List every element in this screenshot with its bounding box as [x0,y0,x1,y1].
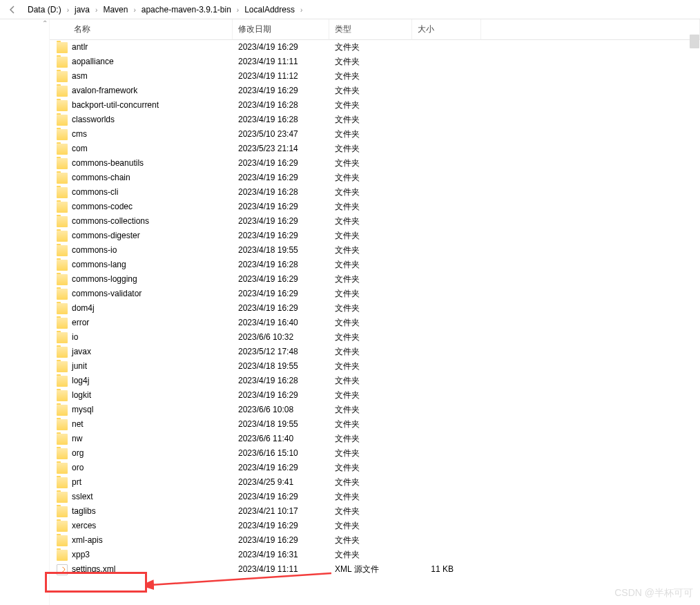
file-name-cell[interactable]: aopalliance [50,55,233,69]
folder-icon [57,477,68,488]
file-name-cell[interactable]: javax [50,345,233,359]
back-button[interactable] [6,3,19,17]
file-name-cell[interactable]: commons-collections [50,214,233,229]
file-modified-cell: 2023/4/19 16:29 [233,229,329,243]
file-name-cell[interactable]: antlr [50,40,233,55]
file-type-cell: 文件夹 [329,301,412,316]
file-name-cell[interactable]: commons-chain [50,171,233,185]
breadcrumb-item[interactable]: Data (D:) [23,3,66,16]
row-spacer [481,272,700,287]
file-name-cell[interactable]: logkit [50,388,233,403]
file-name-cell[interactable]: commons-io [50,243,233,258]
breadcrumb-item[interactable]: LocalAddress [240,3,299,16]
file-name-cell[interactable]: junit [50,359,233,374]
file-size-cell [412,214,481,229]
row-spacer [481,214,700,229]
file-name-cell[interactable]: commons-beanutils [50,156,233,171]
file-name-cell[interactable]: settings.xml [50,562,233,577]
file-size-cell [412,113,481,127]
chevron-right-icon: › [133,6,135,14]
file-name-cell[interactable]: xml-apis [50,533,233,548]
file-size-cell [412,55,481,69]
expand-tree-icon[interactable]: ⌃ [41,19,49,28]
file-name-text: backport-util-concurrent [72,99,159,111]
folder-icon [57,129,68,140]
column-header-name[interactable]: 名称 [50,19,233,40]
file-name-cell[interactable]: log4j [50,374,233,388]
file-name-cell[interactable]: asm [50,69,233,84]
row-spacer [481,98,700,113]
column-header-size[interactable]: 大小 [412,19,481,40]
row-spacer [481,200,700,214]
file-name-cell[interactable]: commons-validator [50,287,233,301]
row-spacer [481,562,700,577]
file-name-cell[interactable]: sslext [50,490,233,504]
file-modified-cell: 2023/4/21 10:17 [233,504,329,519]
row-spacer [481,258,700,272]
file-name-cell[interactable]: io [50,330,233,345]
file-name-cell[interactable]: taglibs [50,504,233,519]
breadcrumb-item[interactable]: apache-maven-3.9.1-bin [137,3,235,16]
file-name-cell[interactable]: commons-codec [50,200,233,214]
file-name-cell[interactable]: com [50,142,233,156]
row-spacer [481,446,700,461]
row-spacer [481,113,700,127]
folder-icon [57,100,68,111]
file-name-cell[interactable]: oro [50,461,233,475]
file-type-cell: 文件夹 [329,316,412,330]
file-name-cell[interactable]: avalon-framework [50,84,233,98]
file-size-cell [412,171,481,185]
row-spacer [481,171,700,185]
folder-icon [57,231,68,242]
folder-icon [57,115,68,126]
file-name-cell[interactable]: commons-logging [50,272,233,287]
file-size-cell [412,229,481,243]
file-type-cell: 文件夹 [329,272,412,287]
file-size-cell [412,243,481,258]
row-spacer [481,229,700,243]
breadcrumb-item[interactable]: Maven [99,3,132,16]
file-name-cell[interactable]: commons-lang [50,258,233,272]
file-type-cell: 文件夹 [329,548,412,562]
folder-icon [57,173,68,184]
file-name-text: commons-digester [72,230,140,242]
row-spacer [481,142,700,156]
file-size-cell [412,432,481,446]
file-modified-cell: 2023/4/19 16:29 [233,200,329,214]
file-name-text: javax [72,346,91,358]
column-header-type[interactable]: 类型 [329,19,412,40]
folder-icon [57,463,68,474]
file-modified-cell: 2023/4/19 16:28 [233,258,329,272]
file-name-cell[interactable]: backport-util-concurrent [50,98,233,113]
file-size-cell [412,490,481,504]
vertical-scrollbar[interactable] [690,35,699,48]
file-size-cell [412,69,481,84]
file-name-cell[interactable]: net [50,417,233,432]
file-type-cell: 文件夹 [329,374,412,388]
folder-icon [57,274,68,285]
file-type-cell: 文件夹 [329,359,412,374]
file-name-text: mysql [72,404,93,416]
file-name-cell[interactable]: commons-cli [50,185,233,200]
file-type-cell: 文件夹 [329,388,412,403]
file-name-cell[interactable]: prt [50,475,233,490]
file-name-cell[interactable]: xpp3 [50,548,233,562]
file-name-cell[interactable]: commons-digester [50,229,233,243]
column-header-modified[interactable]: 修改日期 [233,19,329,40]
row-spacer [481,519,700,533]
file-type-cell: 文件夹 [329,98,412,113]
file-name-text: xpp3 [72,549,90,561]
breadcrumb-item[interactable]: java [70,3,94,16]
file-name-cell[interactable]: cms [50,127,233,142]
file-name-text: log4j [72,375,89,387]
file-name-text: xerces [72,520,96,532]
file-name-cell[interactable]: mysql [50,403,233,417]
folder-icon [57,42,68,53]
file-name-cell[interactable]: xerces [50,519,233,533]
file-name-cell[interactable]: org [50,446,233,461]
file-name-cell[interactable]: classworlds [50,113,233,127]
file-name-cell[interactable]: nw [50,432,233,446]
file-name-cell[interactable]: error [50,316,233,330]
folder-icon [57,376,68,387]
file-name-cell[interactable]: dom4j [50,301,233,316]
